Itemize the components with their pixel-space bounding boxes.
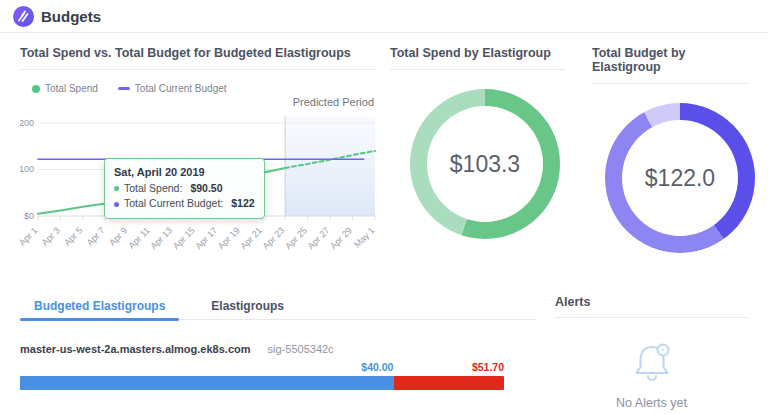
svg-text:Apr 11: Apr 11 bbox=[126, 225, 151, 250]
predicted-period-label: Predicted Period bbox=[293, 96, 374, 108]
spend-bar-segment bbox=[20, 376, 394, 390]
alerts-title: Alerts bbox=[555, 295, 748, 318]
tab-budgeted-elastigroups[interactable]: Budgeted Elastigroups bbox=[20, 295, 179, 319]
total-spend-dot-icon bbox=[32, 85, 40, 93]
total-budget-donut: $122.0 bbox=[605, 103, 755, 253]
tooltip-total-spend: Total Spend: $90.50 bbox=[114, 181, 255, 197]
total-spend-title: Total Spend by Elastigroup bbox=[390, 46, 566, 70]
spend-vs-budget-panel: Total Spend vs. Total Budget for Budgete… bbox=[20, 46, 376, 290]
alerts-panel: Alerts No Alerts yet bbox=[555, 295, 748, 410]
budgeted-elastigroup-row[interactable]: master-us-west-2a.masters.almog.ek8s.com… bbox=[20, 343, 536, 355]
tab-elastigroups[interactable]: Elastigroups bbox=[197, 295, 298, 319]
total-spend-value: $103.3 bbox=[410, 89, 560, 239]
chart-legend: Total Spend Total Current Budget bbox=[32, 83, 227, 94]
stacked-budget-bar bbox=[20, 376, 504, 390]
svg-text:$200: $200 bbox=[20, 118, 34, 128]
legend-label: Total Spend bbox=[45, 83, 98, 94]
svg-text:Apr 27: Apr 27 bbox=[306, 225, 332, 251]
elastigroup-sig-id: sig-5505342c bbox=[268, 343, 334, 355]
total-amount-label: $51.70 bbox=[472, 361, 504, 373]
total-spend-donut: $103.3 bbox=[410, 89, 560, 239]
svg-text:Apr 21: Apr 21 bbox=[238, 225, 264, 251]
tooltip-total-current-budget: Total Current Budget: $122 bbox=[114, 196, 255, 212]
elastigroup-name[interactable]: master-us-west-2a.masters.almog.ek8s.com bbox=[20, 343, 251, 355]
bell-icon bbox=[626, 338, 678, 386]
svg-text:Apr 23: Apr 23 bbox=[261, 225, 287, 251]
legend-item-total-current-budget[interactable]: Total Current Budget bbox=[118, 83, 227, 94]
budget-usage-bar: $40.00 $51.70 bbox=[20, 361, 504, 390]
svg-text:Apr 19: Apr 19 bbox=[216, 225, 242, 251]
svg-text:Apr 7: Apr 7 bbox=[85, 225, 107, 247]
purple-bullet-icon bbox=[114, 202, 119, 207]
alerts-empty-text: No Alerts yet bbox=[555, 396, 748, 410]
svg-text:$100: $100 bbox=[20, 164, 34, 174]
legend-item-total-spend[interactable]: Total Spend bbox=[32, 83, 98, 94]
elastigroups-panel: Budgeted Elastigroups Elastigroups maste… bbox=[20, 295, 536, 390]
svg-text:Apr 5: Apr 5 bbox=[62, 225, 84, 247]
green-bullet-icon bbox=[114, 186, 119, 191]
tab-bar: Budgeted Elastigroups Elastigroups bbox=[20, 295, 536, 320]
bar-labels: $40.00 $51.70 bbox=[20, 361, 504, 374]
svg-text:May 1: May 1 bbox=[352, 225, 376, 249]
total-spend-panel: Total Spend by Elastigroup $103.3 bbox=[390, 46, 566, 239]
over-budget-bar-segment bbox=[394, 376, 504, 390]
budget-line-icon bbox=[118, 87, 130, 90]
svg-text:Apr 29: Apr 29 bbox=[328, 225, 354, 251]
chart-tooltip: Sat, April 20 2019 Total Spend: $90.50 T… bbox=[104, 158, 265, 219]
total-budget-panel: Total Budget by Elastigroup $122.0 bbox=[592, 46, 749, 253]
page-title: Budgets bbox=[41, 0, 101, 33]
svg-text:Apr 15: Apr 15 bbox=[171, 225, 197, 251]
app-header: Budgets bbox=[0, 0, 768, 33]
svg-text:$0: $0 bbox=[24, 211, 34, 221]
svg-text:Apr 25: Apr 25 bbox=[283, 225, 309, 251]
svg-text:Apr 1: Apr 1 bbox=[20, 225, 39, 247]
total-budget-title: Total Budget by Elastigroup bbox=[592, 46, 749, 84]
svg-text:Apr 17: Apr 17 bbox=[193, 225, 219, 251]
svg-text:Apr 3: Apr 3 bbox=[40, 225, 62, 247]
spotinst-logo-icon bbox=[13, 6, 34, 27]
spend-vs-budget-title: Total Spend vs. Total Budget for Budgete… bbox=[20, 46, 376, 70]
tooltip-date: Sat, April 20 2019 bbox=[114, 164, 255, 181]
total-budget-value: $122.0 bbox=[605, 103, 755, 253]
legend-label: Total Current Budget bbox=[135, 83, 227, 94]
svg-text:Apr 13: Apr 13 bbox=[148, 225, 174, 251]
spend-amount-label: $40.00 bbox=[361, 361, 394, 373]
